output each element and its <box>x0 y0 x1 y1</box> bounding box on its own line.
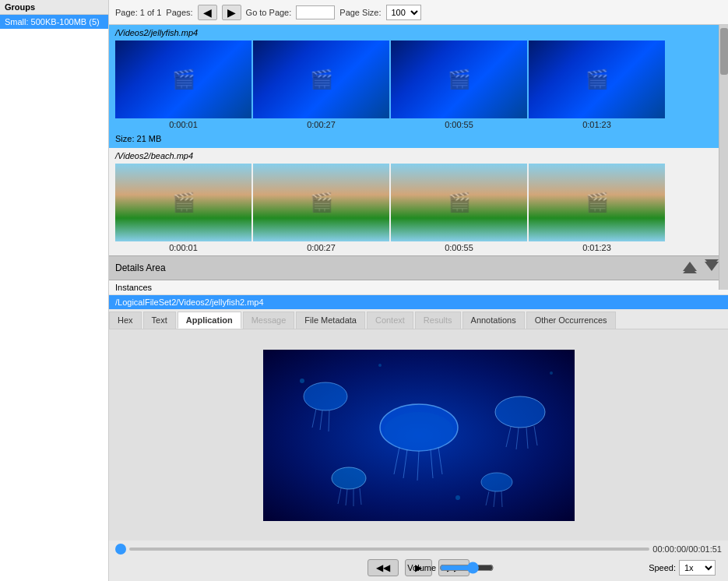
main-scrollbar[interactable] <box>719 25 728 290</box>
toolbar: Page: 1 of 1 Pages: ◀ ▶ Go to Page: Page… <box>109 0 728 25</box>
thumb-img-beach-2 <box>253 164 389 241</box>
instances-area: Instances /LogicalFileSet2/Videos2/jelly… <box>109 280 728 309</box>
video-size-jellyfish: Size: 21 MB <box>109 132 728 148</box>
rewind-button[interactable]: ◀◀ <box>368 559 399 576</box>
svg-point-33 <box>455 495 460 500</box>
details-header: Details Area <box>109 255 728 280</box>
next-page-button[interactable]: ▶ <box>222 5 241 20</box>
thumb-beach-1[interactable]: 0:00:01 <box>115 164 251 252</box>
tab-results: Results <box>415 312 461 329</box>
tab-hex[interactable]: Hex <box>109 312 142 329</box>
tab-annotations[interactable]: Annotations <box>462 312 525 329</box>
goto-page-input[interactable] <box>296 5 335 19</box>
instances-label: Instances <box>109 280 728 295</box>
instances-selected-row[interactable]: /LogicalFileSet2/Videos2/jellyfish2.mp4 <box>109 295 728 309</box>
pages-label: Pages: <box>166 8 192 17</box>
video-display-area <box>109 329 728 541</box>
playback-bar: 00:00:00/00:01:51 ◀◀ ▶ ▶▶ Volume Speed: … <box>109 541 728 581</box>
volume-section: Volume <box>407 562 494 574</box>
tab-message: Message <box>243 312 295 329</box>
thumb-img-beach-3 <box>391 164 527 241</box>
thumb-beach-2[interactable]: 0:00:27 <box>253 164 389 252</box>
thumb-img-jellyfish-3 <box>391 40 527 118</box>
speed-select[interactable]: 1x 0.5x 2x <box>679 560 716 576</box>
page-info: Page: 1 of 1 <box>115 8 161 17</box>
svg-point-32 <box>378 364 382 367</box>
svg-point-30 <box>300 379 304 383</box>
svg-point-31 <box>550 371 553 375</box>
thumb-beach-3[interactable]: 0:00:55 <box>391 164 527 252</box>
svg-point-21 <box>332 467 366 489</box>
main-panel: Page: 1 of 1 Pages: ◀ ▶ Go to Page: Page… <box>109 0 728 581</box>
jellyfish-thumbnails-row: 0:00:01 0:00:27 0:00:55 0:01:23 <box>109 40 728 132</box>
thumb-jellyfish-1[interactable]: 0:00:01 <box>115 40 251 129</box>
video-path-beach: /Videos2/beach.mp4 <box>109 148 728 164</box>
time-display: 00:00:00/00:01:51 <box>652 544 722 554</box>
thumb-jellyfish-3[interactable]: 0:00:55 <box>391 40 527 129</box>
pagesize-label: Page Size: <box>339 8 381 17</box>
svg-point-26 <box>481 473 512 491</box>
thumbnails-area: /Videos2/jellyfish.mp4 0:00:01 0:00:27 0… <box>109 25 728 255</box>
thumb-time-beach-4: 0:01:23 <box>582 243 611 252</box>
progress-row: 00:00:00/00:01:51 <box>115 544 722 555</box>
volume-label: Volume <box>407 563 436 572</box>
jellyfish-preview-svg <box>263 350 575 521</box>
details-collapse-up-button[interactable] <box>680 259 700 276</box>
thumb-time-jellyfish-1: 0:00:01 <box>169 120 198 129</box>
tab-context: Context <box>367 312 413 329</box>
thumb-jellyfish-2[interactable]: 0:00:27 <box>253 40 389 129</box>
thumb-time-beach-3: 0:00:55 <box>445 243 473 252</box>
tab-file-metadata[interactable]: File Metadata <box>296 312 365 329</box>
thumb-time-beach-2: 0:00:27 <box>307 243 336 252</box>
volume-slider[interactable] <box>439 562 494 574</box>
thumb-jellyfish-4[interactable]: 0:01:23 <box>529 40 665 129</box>
progress-dot[interactable] <box>115 544 126 555</box>
svg-point-12 <box>304 382 347 410</box>
tabs-bar: Hex Text Application Message File Metada… <box>109 309 728 329</box>
sidebar-groups-header: Groups <box>0 0 108 15</box>
speed-label: Speed: <box>649 563 676 572</box>
thumb-beach-4[interactable]: 0:01:23 <box>529 164 665 252</box>
controls-row: ◀◀ ▶ ▶▶ Volume Speed: 1x 0.5x 2x <box>115 558 722 578</box>
beach-thumbnails-row: 0:00:01 0:00:27 0:00:55 0:01:23 <box>109 164 728 255</box>
prev-page-button[interactable]: ◀ <box>198 5 217 20</box>
thumb-img-jellyfish-1 <box>115 40 251 118</box>
thumb-time-beach-1: 0:00:01 <box>169 243 198 252</box>
thumb-img-beach-4 <box>529 164 665 241</box>
scrollbar-thumb[interactable] <box>720 28 728 75</box>
video-path-jellyfish: /Videos2/jellyfish.mp4 <box>109 25 728 40</box>
thumb-time-jellyfish-4: 0:01:23 <box>582 120 611 129</box>
thumb-img-jellyfish-2 <box>253 40 389 118</box>
video-group-beach: /Videos2/beach.mp4 0:00:01 0:00:27 0:00:… <box>109 148 728 255</box>
goto-label: Go to Page: <box>246 8 292 17</box>
app-content: 00:00:00/00:01:51 ◀◀ ▶ ▶▶ Volume Speed: … <box>109 329 728 581</box>
thumb-img-beach-1 <box>115 164 251 241</box>
speed-section: Speed: 1x 0.5x 2x <box>649 560 716 576</box>
tab-text[interactable]: Text <box>143 312 176 329</box>
video-group-jellyfish: /Videos2/jellyfish.mp4 0:00:01 0:00:27 0… <box>109 25 728 148</box>
svg-point-16 <box>495 396 545 428</box>
sidebar: Groups Small: 500KB-100MB (5) <box>0 0 109 581</box>
details-area-label: Details Area <box>115 262 166 273</box>
thumb-img-jellyfish-4 <box>529 40 665 118</box>
tab-other-occurrences[interactable]: Other Occurrences <box>526 312 616 329</box>
thumb-time-jellyfish-3: 0:00:55 <box>445 120 473 129</box>
sidebar-item-small-group[interactable]: Small: 500KB-100MB (5) <box>0 15 108 29</box>
tab-application[interactable]: Application <box>178 312 241 329</box>
svg-point-6 <box>384 412 454 451</box>
page-size-select[interactable]: 100 50 25 <box>386 5 421 20</box>
progress-track[interactable] <box>129 548 649 551</box>
video-preview-frame <box>263 350 575 521</box>
thumb-time-jellyfish-2: 0:00:27 <box>307 120 336 129</box>
